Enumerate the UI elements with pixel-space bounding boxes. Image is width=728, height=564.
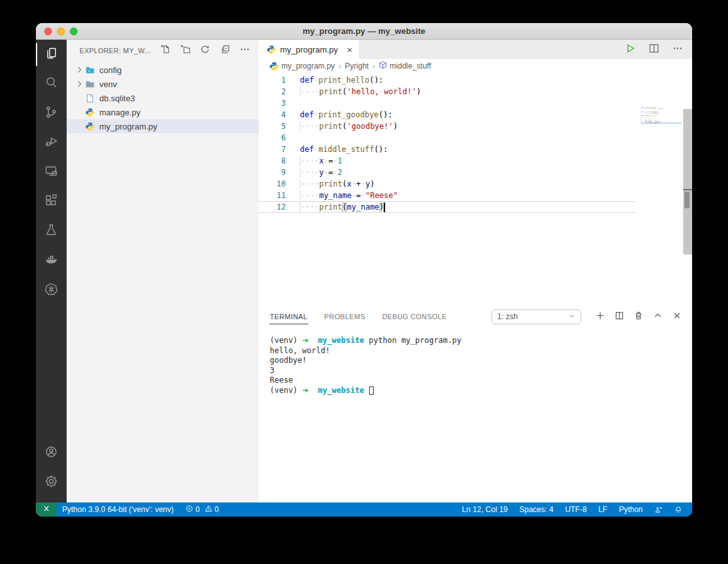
activity-search[interactable] (36, 69, 67, 99)
tab-close-icon[interactable]: × (347, 45, 352, 54)
terminal-output[interactable]: (venv) ➜ my_website python my_program.py… (259, 327, 692, 395)
tab-my-program[interactable]: my_program.py × (259, 40, 359, 59)
indentation-status[interactable]: Spaces: 4 (513, 502, 559, 517)
breadcrumb-file[interactable]: my_program.py (269, 62, 335, 71)
breadcrumb-file-label: my_program.py (281, 62, 335, 70)
minimize-window-button[interactable] (57, 28, 65, 35)
activity-explorer[interactable] (36, 40, 67, 69)
folder-config-icon (85, 65, 95, 75)
tree-indent (74, 121, 85, 131)
chevron-right-icon[interactable] (74, 79, 85, 89)
shell-select-value: 1: zsh (497, 312, 518, 321)
tree-item-label: manage.py (99, 108, 140, 117)
notifications-bell-icon[interactable] (668, 502, 688, 517)
code-line-3[interactable]: 3 (259, 97, 636, 109)
python-icon (269, 62, 279, 71)
code-line-10[interactable]: 10····print(x·+·y) (259, 178, 636, 190)
vscode-window: my_program.py — my_website (36, 23, 692, 517)
remote-indicator[interactable] (36, 502, 56, 517)
cursor-position-status[interactable]: Ln 12, Col 19 (456, 502, 513, 517)
chevron-down-icon (568, 312, 575, 322)
tree-item-config[interactable]: config (67, 63, 259, 77)
activity-remote-explorer[interactable] (36, 158, 67, 187)
tree-item-my_program.py[interactable]: my_program.py (67, 119, 259, 133)
terminal-line: goodbye! (270, 356, 692, 366)
account-icon (44, 444, 59, 462)
activity-run-debug[interactable] (36, 128, 67, 158)
tree-item-label: db.sqlite3 (99, 94, 135, 103)
remote-explorer-icon (44, 163, 59, 181)
code-line-5[interactable]: 5····print('goodbye!') (259, 120, 636, 132)
breadcrumb-pyright[interactable]: Pyright (345, 62, 368, 70)
problems-status[interactable]: 0 0 (179, 502, 224, 517)
kill-terminal-icon[interactable] (634, 311, 643, 323)
file-tree: configvenvdb.sqlite3manage.pymy_program.… (67, 62, 259, 133)
tab-terminal[interactable]: TERMINAL (269, 309, 308, 324)
tree-item-db.sqlite3[interactable]: db.sqlite3 (67, 91, 259, 105)
source-control-icon (44, 104, 59, 122)
terminal-line: (venv) ➜ my_website (270, 386, 692, 396)
code-line-12[interactable]: 12····print(my_name) (259, 201, 636, 213)
code-line-9[interactable]: 9····y·=·2 (259, 167, 636, 178)
close-panel-icon[interactable] (672, 311, 682, 323)
prompt-directory: my_website (318, 336, 364, 345)
line-number: 4 (259, 110, 286, 119)
tab-debug-console[interactable]: DEBUG CONSOLE (381, 309, 447, 324)
code-line-1[interactable]: 1def·print_hello(): (259, 74, 636, 86)
code-line-6[interactable]: 6 (259, 132, 636, 144)
activity-kubernetes[interactable] (36, 276, 67, 305)
line-number: 12 (259, 203, 286, 212)
tab-problems[interactable]: PROBLEMS (324, 309, 366, 324)
file-sqlite-icon (85, 93, 95, 103)
collapse-all-icon[interactable] (220, 44, 230, 57)
feedback-icon[interactable] (649, 502, 668, 517)
activity-source-control[interactable] (36, 99, 67, 128)
line-number: 5 (259, 122, 286, 131)
close-window-button[interactable] (44, 28, 52, 35)
activity-bar (36, 40, 67, 502)
eol-status[interactable]: LF (593, 502, 613, 517)
activity-settings[interactable] (36, 468, 67, 497)
refresh-icon[interactable] (200, 44, 210, 57)
scrollbar-thumb[interactable] (684, 192, 690, 208)
split-terminal-icon[interactable] (615, 311, 624, 323)
breadcrumb-symbol[interactable]: middle_stuff (379, 61, 431, 71)
kubernetes-icon (44, 281, 59, 299)
tree-item-label: my_program.py (99, 122, 157, 131)
zoom-window-button[interactable] (70, 28, 78, 35)
code-line-7[interactable]: 7def·middle_stuff(): (259, 144, 636, 155)
code-line-4[interactable]: 4def·print_goodbye(): (259, 109, 636, 120)
encoding-status[interactable]: UTF-8 (559, 502, 593, 517)
line-number: 1 (259, 76, 286, 85)
activity-docker[interactable] (36, 246, 67, 276)
code-line-8[interactable]: 8····x·=·1 (259, 155, 636, 167)
code-line-2[interactable]: 2····print('hello,·world!') (259, 86, 636, 97)
activity-extensions[interactable] (36, 187, 67, 217)
line-number: 8 (259, 156, 286, 165)
minimap[interactable]: def·print_hello():····print('hello,·worl… (641, 107, 682, 124)
language-mode-status[interactable]: Python (613, 502, 649, 517)
activity-account[interactable] (36, 438, 67, 468)
tree-item-manage.py[interactable]: manage.py (67, 105, 259, 119)
editor-tabs-bar: my_program.py × (259, 40, 692, 59)
editor-scrollbar[interactable] (683, 109, 692, 254)
code-line-11[interactable]: 11····my_name·=·"Reese" (259, 190, 636, 201)
new-file-icon[interactable] (160, 44, 170, 57)
new-terminal-icon[interactable] (595, 311, 605, 323)
docker-whale-icon (44, 252, 59, 270)
python-interpreter-status[interactable]: Python 3.9.0 64-bit ('venv': venv) (56, 502, 179, 517)
titlebar: my_program.py — my_website (36, 23, 692, 40)
tree-item-venv[interactable]: venv (67, 77, 259, 91)
terminal-shell-select[interactable]: 1: zsh (492, 310, 581, 324)
more-actions-icon[interactable] (240, 44, 250, 57)
run-file-icon[interactable] (625, 43, 636, 56)
chevron-right-icon[interactable] (74, 65, 85, 75)
split-editor-icon[interactable] (649, 43, 659, 56)
maximize-panel-icon[interactable] (653, 311, 663, 323)
activity-testing[interactable] (36, 217, 67, 246)
more-editor-actions-icon[interactable] (672, 43, 683, 56)
error-icon (185, 504, 194, 515)
code-editor[interactable]: 1def·print_hello():2····print('hello,·wo… (259, 73, 692, 306)
new-folder-icon[interactable] (180, 44, 190, 57)
line-number: 6 (259, 133, 286, 142)
